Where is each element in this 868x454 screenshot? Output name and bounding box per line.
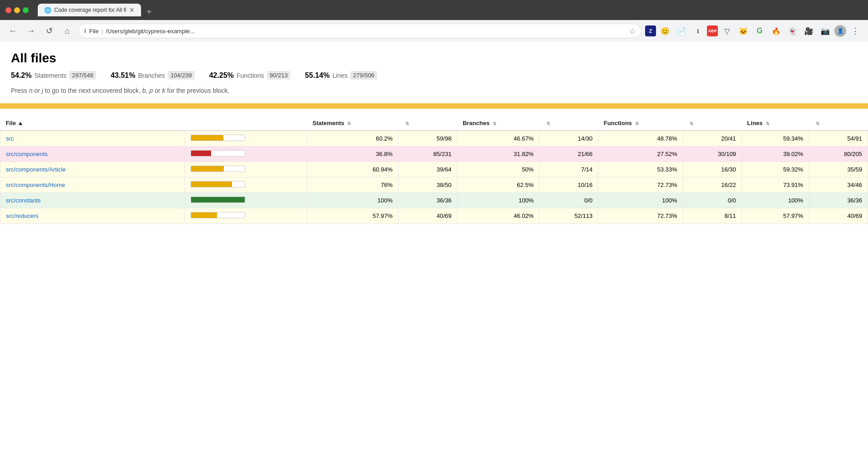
yellow-divider [0, 103, 868, 109]
coverage-bar [191, 135, 245, 141]
stmt-pct-cell: 57.97% [307, 208, 399, 224]
branch-pct-cell: 46.67% [457, 131, 540, 146]
branch-frac-cell: 7/14 [540, 162, 598, 177]
bookmark-icon[interactable]: ☆ [629, 27, 636, 35]
coverage-bar [191, 212, 245, 218]
line-frac-cell: 54/91 [809, 131, 868, 146]
coverage-bar [191, 197, 245, 203]
ext-green-icon[interactable]: G [752, 24, 767, 38]
col-header-lines-frac[interactable]: ⇅ [809, 116, 868, 131]
tab-title: Code coverage report for All fi [54, 7, 126, 13]
ext-info-icon[interactable]: ℹ [691, 24, 705, 38]
table-row: src 60.2% 59/98 46.67% 14/30 48.78% 20/4… [0, 131, 868, 146]
line-frac-cell: 40/69 [809, 208, 868, 224]
file-link[interactable]: src/components [6, 151, 48, 157]
col-header-lines[interactable]: Lines ⇅ [742, 116, 809, 131]
minimize-button[interactable] [14, 7, 20, 13]
user-avatar[interactable]: 👤 [834, 25, 846, 37]
col-header-file[interactable]: File ▲ [0, 116, 185, 131]
stmt-pct-cell: 76% [307, 177, 399, 193]
menu-button[interactable]: ⋮ [848, 24, 863, 38]
file-cell: src/reducers [0, 208, 185, 224]
file-cell: src/components [0, 146, 185, 162]
file-link[interactable]: src/components/Article [6, 166, 66, 173]
ext-ghost-icon[interactable]: 👻 [785, 24, 800, 38]
new-tab-button[interactable]: + [143, 7, 156, 16]
table-row: src/components/Home 76% 38/50 62.5% 10/1… [0, 177, 868, 193]
stat-pct: 43.51% [111, 71, 135, 80]
branch-pct-cell: 100% [457, 193, 540, 208]
branch-frac-cell: 0/0 [540, 193, 598, 208]
line-pct-cell: 57.97% [742, 208, 809, 224]
info-icon: ℹ [84, 28, 86, 34]
bar-cell [185, 208, 307, 224]
table-row: src/constants 100% 36/36 100% 0/0 100% 0… [0, 193, 868, 208]
active-tab[interactable]: 🌐 Code coverage report for All fi ✕ [38, 4, 141, 16]
ext-zoom-icon[interactable]: 🎥 [802, 24, 816, 38]
url-protocol: File [89, 28, 99, 35]
bar-cell [185, 177, 307, 193]
fn-pct-cell: 72.73% [598, 177, 683, 193]
url-separator: | [101, 28, 103, 35]
branch-pct-cell: 31.82% [457, 146, 540, 162]
nav-bar: ← → ↺ ⌂ ℹ File | /Users/gleb/git/cypress… [0, 20, 868, 42]
col-header-branches-frac[interactable]: ⇅ [540, 116, 598, 131]
home-button[interactable]: ⌂ [60, 24, 75, 38]
ext-unknown1-icon[interactable]: 📄 [674, 24, 689, 38]
ext-abp-icon[interactable]: ABP [707, 25, 718, 36]
stmt-pct-cell: 36.8% [307, 146, 399, 162]
address-bar[interactable]: ℹ File | /Users/gleb/git/cypress-example… [78, 24, 641, 38]
stat-badge: 104/239 [168, 71, 195, 80]
line-frac-cell: 34/46 [809, 177, 868, 193]
stat-badge: 90/213 [267, 71, 291, 80]
bar-cell [185, 193, 307, 208]
stmt-pct-cell: 100% [307, 193, 399, 208]
ext-cat-icon[interactable]: 🐱 [736, 24, 751, 38]
fn-frac-cell: 16/30 [683, 162, 742, 177]
close-button[interactable] [5, 7, 11, 13]
coverage-bar [191, 181, 245, 187]
file-link[interactable]: src/reducers [6, 212, 39, 219]
ext-camera-icon[interactable]: 📷 [818, 24, 833, 38]
branch-pct-cell: 50% [457, 162, 540, 177]
stmt-pct-cell: 60.94% [307, 162, 399, 177]
file-link[interactable]: src [6, 135, 14, 142]
fn-pct-cell: 100% [598, 193, 683, 208]
col-header-functions-frac[interactable]: ⇅ [683, 116, 742, 131]
back-button[interactable]: ← [5, 24, 20, 38]
forward-button[interactable]: → [24, 24, 38, 38]
tab-close-button[interactable]: ✕ [129, 6, 135, 14]
stat-group: 55.14% Lines 279/506 [305, 71, 377, 80]
file-link[interactable]: src/components/Home [6, 182, 65, 188]
file-link[interactable]: src/constants [6, 197, 41, 204]
stat-pct: 55.14% [305, 71, 329, 80]
col-header-bar [185, 116, 307, 131]
fn-frac-cell: 0/0 [683, 193, 742, 208]
fn-pct-cell: 27.52% [598, 146, 683, 162]
line-pct-cell: 100% [742, 193, 809, 208]
line-frac-cell: 36/36 [809, 193, 868, 208]
ext-down-icon[interactable]: ▽ [720, 24, 734, 38]
reload-button[interactable]: ↺ [42, 24, 56, 38]
stat-label: Functions [237, 72, 264, 79]
ext-emoji-icon[interactable]: 😐 [658, 24, 672, 38]
fn-pct-cell: 72.73% [598, 208, 683, 224]
maximize-button[interactable] [23, 7, 29, 13]
ext-fire-icon[interactable]: 🔥 [769, 24, 783, 38]
branch-frac-cell: 21/66 [540, 146, 598, 162]
col-header-statements[interactable]: Statements ⇅ [307, 116, 399, 131]
fn-frac-cell: 20/41 [683, 131, 742, 146]
table-row: src/components/Article 60.94% 39/64 50% … [0, 162, 868, 177]
stat-label: Lines [333, 72, 348, 79]
ext-zotero-icon[interactable]: Z [645, 25, 656, 36]
stmt-frac-cell: 39/64 [399, 162, 457, 177]
branch-frac-cell: 10/16 [540, 177, 598, 193]
col-header-branches[interactable]: Branches ⇅ [457, 116, 540, 131]
file-cell: src/components/Article [0, 162, 185, 177]
stat-label: Branches [138, 72, 165, 79]
branch-pct-cell: 46.02% [457, 208, 540, 224]
table-row: src/components 36.8% 85/231 31.82% 21/66… [0, 146, 868, 162]
col-header-statements-frac[interactable]: ⇅ [399, 116, 457, 131]
col-header-functions[interactable]: Functions ⇅ [598, 116, 683, 131]
toolbar-icons: Z 😐 📄 ℹ ABP ▽ 🐱 G 🔥 👻 🎥 📷 👤 ⋮ [645, 24, 863, 38]
